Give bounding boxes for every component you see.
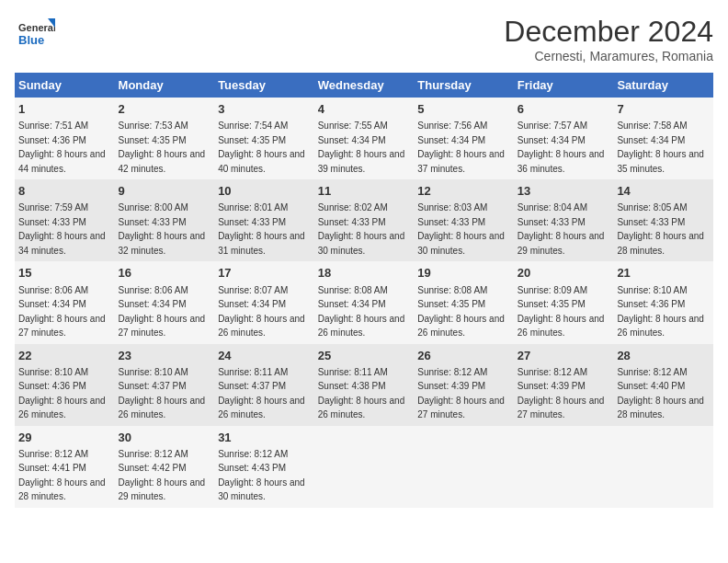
weekday-header-monday: Monday	[115, 73, 215, 98]
day-info: Sunrise: 7:54 AMSunset: 4:35 PMDaylight:…	[218, 121, 305, 174]
weekday-header-sunday: Sunday	[15, 73, 115, 98]
day-number: 26	[417, 348, 510, 364]
day-info: Sunrise: 7:51 AMSunset: 4:36 PMDaylight:…	[18, 121, 106, 174]
weekday-header-tuesday: Tuesday	[214, 73, 314, 98]
day-number: 17	[218, 265, 311, 282]
subtitle: Cernesti, Maramures, Romania	[504, 49, 713, 63]
calendar-cell: 8 Sunrise: 7:59 AMSunset: 4:33 PMDayligh…	[15, 179, 115, 261]
calendar-cell: 5 Sunrise: 7:56 AMSunset: 4:34 PMDayligh…	[414, 98, 514, 179]
day-number: 16	[119, 265, 211, 282]
calendar-cell: 29 Sunrise: 8:12 AMSunset: 4:41 PMDaylig…	[15, 426, 115, 508]
day-info: Sunrise: 8:02 AMSunset: 4:33 PMDaylight:…	[318, 202, 405, 256]
day-number: 14	[617, 183, 710, 200]
title-block: December 2024 Cernesti, Maramures, Roman…	[504, 15, 713, 63]
calendar-cell	[414, 426, 514, 508]
calendar-cell: 7 Sunrise: 7:58 AMSunset: 4:34 PMDayligh…	[613, 98, 713, 179]
calendar-cell: 30 Sunrise: 8:12 AMSunset: 4:42 PMDaylig…	[115, 426, 215, 508]
calendar-cell: 21 Sunrise: 8:10 AMSunset: 4:36 PMDaylig…	[613, 261, 713, 343]
svg-text:Blue: Blue	[18, 33, 44, 47]
svg-text:General: General	[18, 22, 55, 33]
calendar-week-row: 15 Sunrise: 8:06 AMSunset: 4:34 PMDaylig…	[15, 261, 713, 343]
calendar-cell: 2 Sunrise: 7:53 AMSunset: 4:35 PMDayligh…	[115, 98, 215, 179]
day-info: Sunrise: 7:56 AMSunset: 4:34 PMDaylight:…	[417, 121, 505, 174]
calendar-cell: 3 Sunrise: 7:54 AMSunset: 4:35 PMDayligh…	[214, 98, 314, 179]
weekday-header-row: SundayMondayTuesdayWednesdayThursdayFrid…	[15, 73, 713, 98]
day-info: Sunrise: 8:10 AMSunset: 4:36 PMDaylight:…	[617, 285, 704, 339]
calendar-week-row: 1 Sunrise: 7:51 AMSunset: 4:36 PMDayligh…	[15, 98, 713, 179]
day-number: 2	[119, 101, 211, 118]
day-number: 13	[518, 183, 610, 200]
calendar-cell: 26 Sunrise: 8:12 AMSunset: 4:39 PMDaylig…	[414, 344, 514, 426]
calendar-week-row: 8 Sunrise: 7:59 AMSunset: 4:33 PMDayligh…	[15, 179, 713, 261]
calendar-cell: 12 Sunrise: 8:03 AMSunset: 4:33 PMDaylig…	[414, 179, 514, 261]
weekday-header-friday: Friday	[514, 73, 614, 98]
day-info: Sunrise: 8:08 AMSunset: 4:34 PMDaylight:…	[318, 285, 405, 339]
calendar-cell: 10 Sunrise: 8:01 AMSunset: 4:33 PMDaylig…	[214, 179, 314, 261]
calendar-cell: 28 Sunrise: 8:12 AMSunset: 4:40 PMDaylig…	[613, 344, 713, 426]
day-number: 18	[318, 265, 411, 282]
calendar-cell	[514, 426, 614, 508]
day-info: Sunrise: 7:53 AMSunset: 4:35 PMDaylight:…	[119, 121, 206, 174]
page-header: General Blue December 2024 Cernesti, Mar…	[15, 15, 713, 63]
day-info: Sunrise: 8:10 AMSunset: 4:37 PMDaylight:…	[119, 367, 206, 420]
logo-icon: General Blue	[15, 15, 55, 55]
day-info: Sunrise: 7:55 AMSunset: 4:34 PMDaylight:…	[318, 121, 405, 174]
day-number: 28	[617, 348, 710, 364]
day-info: Sunrise: 8:12 AMSunset: 4:43 PMDaylight:…	[218, 449, 305, 502]
day-number: 9	[119, 183, 211, 200]
day-number: 1	[18, 101, 111, 118]
day-number: 12	[417, 183, 510, 200]
day-info: Sunrise: 8:07 AMSunset: 4:34 PMDaylight:…	[218, 285, 305, 339]
calendar-cell: 18 Sunrise: 8:08 AMSunset: 4:34 PMDaylig…	[314, 261, 415, 343]
day-info: Sunrise: 8:06 AMSunset: 4:34 PMDaylight:…	[119, 285, 206, 339]
calendar-cell: 13 Sunrise: 8:04 AMSunset: 4:33 PMDaylig…	[514, 179, 614, 261]
day-number: 4	[318, 101, 411, 118]
day-number: 15	[18, 265, 111, 282]
day-info: Sunrise: 8:03 AMSunset: 4:33 PMDaylight:…	[417, 202, 505, 256]
calendar-cell: 14 Sunrise: 8:05 AMSunset: 4:33 PMDaylig…	[613, 179, 713, 261]
day-info: Sunrise: 8:08 AMSunset: 4:35 PMDaylight:…	[417, 285, 505, 339]
day-info: Sunrise: 7:57 AMSunset: 4:34 PMDaylight:…	[518, 121, 605, 174]
calendar-cell: 19 Sunrise: 8:08 AMSunset: 4:35 PMDaylig…	[414, 261, 514, 343]
day-info: Sunrise: 8:10 AMSunset: 4:36 PMDaylight:…	[18, 367, 106, 420]
calendar-cell: 27 Sunrise: 8:12 AMSunset: 4:39 PMDaylig…	[514, 344, 614, 426]
day-number: 3	[218, 101, 311, 118]
day-number: 11	[318, 183, 411, 200]
calendar-cell: 17 Sunrise: 8:07 AMSunset: 4:34 PMDaylig…	[214, 261, 314, 343]
day-number: 29	[18, 430, 111, 446]
calendar-cell: 15 Sunrise: 8:06 AMSunset: 4:34 PMDaylig…	[15, 261, 115, 343]
day-info: Sunrise: 8:12 AMSunset: 4:39 PMDaylight:…	[518, 367, 605, 420]
day-info: Sunrise: 8:12 AMSunset: 4:40 PMDaylight:…	[617, 367, 704, 420]
weekday-header-thursday: Thursday	[414, 73, 514, 98]
calendar-cell: 23 Sunrise: 8:10 AMSunset: 4:37 PMDaylig…	[115, 344, 215, 426]
month-title: December 2024	[504, 15, 713, 49]
day-number: 5	[417, 101, 510, 118]
calendar-cell: 20 Sunrise: 8:09 AMSunset: 4:35 PMDaylig…	[514, 261, 614, 343]
day-info: Sunrise: 7:58 AMSunset: 4:34 PMDaylight:…	[617, 121, 704, 174]
day-number: 31	[218, 430, 311, 446]
day-info: Sunrise: 8:01 AMSunset: 4:33 PMDaylight:…	[218, 202, 305, 256]
day-info: Sunrise: 8:12 AMSunset: 4:41 PMDaylight:…	[18, 449, 106, 502]
day-number: 22	[18, 348, 111, 364]
day-info: Sunrise: 8:12 AMSunset: 4:42 PMDaylight:…	[119, 449, 206, 502]
day-number: 24	[218, 348, 311, 364]
calendar-cell: 25 Sunrise: 8:11 AMSunset: 4:38 PMDaylig…	[314, 344, 415, 426]
day-number: 10	[218, 183, 311, 200]
day-number: 19	[417, 265, 510, 282]
calendar-cell: 9 Sunrise: 8:00 AMSunset: 4:33 PMDayligh…	[115, 179, 215, 261]
calendar-cell: 6 Sunrise: 7:57 AMSunset: 4:34 PMDayligh…	[514, 98, 614, 179]
day-number: 20	[518, 265, 610, 282]
day-number: 8	[18, 183, 111, 200]
day-info: Sunrise: 8:04 AMSunset: 4:33 PMDaylight:…	[518, 202, 605, 256]
day-number: 23	[119, 348, 211, 364]
day-info: Sunrise: 8:11 AMSunset: 4:37 PMDaylight:…	[218, 367, 305, 420]
calendar-table: SundayMondayTuesdayWednesdayThursdayFrid…	[15, 73, 713, 508]
day-info: Sunrise: 7:59 AMSunset: 4:33 PMDaylight:…	[18, 202, 106, 256]
calendar-week-row: 29 Sunrise: 8:12 AMSunset: 4:41 PMDaylig…	[15, 426, 713, 508]
day-number: 30	[119, 430, 211, 446]
day-info: Sunrise: 8:05 AMSunset: 4:33 PMDaylight:…	[617, 202, 704, 256]
calendar-cell	[613, 426, 713, 508]
day-number: 6	[518, 101, 610, 118]
day-info: Sunrise: 8:00 AMSunset: 4:33 PMDaylight:…	[119, 202, 206, 256]
day-info: Sunrise: 8:09 AMSunset: 4:35 PMDaylight:…	[518, 285, 605, 339]
